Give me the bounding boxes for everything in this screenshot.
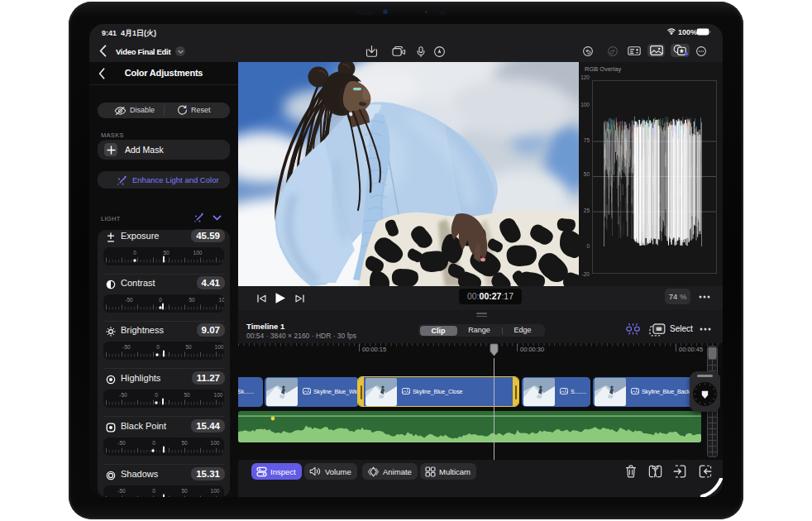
svg-text:00:00:30: 00:00:30: [520, 346, 544, 353]
svg-text:0: 0: [152, 488, 155, 494]
svg-text:0: 0: [156, 344, 160, 350]
svg-text:50: 50: [185, 344, 192, 350]
svg-text:-50: -50: [125, 297, 133, 303]
svg-text:100: 100: [211, 488, 220, 494]
svg-text:100: 100: [211, 440, 220, 446]
svg-text:50: 50: [181, 488, 188, 494]
svg-text:0: 0: [155, 392, 158, 398]
svg-text:-50: -50: [119, 392, 127, 398]
svg-text:50: 50: [163, 250, 170, 256]
svg-text:-50: -50: [117, 488, 126, 494]
svg-text:-50: -50: [122, 344, 131, 350]
svg-text:50: 50: [181, 440, 188, 446]
svg-text:50: 50: [184, 392, 190, 398]
svg-text:100: 100: [219, 297, 224, 303]
svg-text:100: 100: [215, 344, 224, 350]
svg-text:0: 0: [152, 440, 155, 446]
svg-text:100: 100: [193, 250, 203, 256]
svg-text:0: 0: [159, 297, 162, 303]
svg-text:00:00:15: 00:00:15: [362, 346, 386, 353]
svg-text:0: 0: [133, 250, 136, 256]
svg-text:50: 50: [189, 297, 195, 303]
svg-text:100: 100: [214, 392, 223, 398]
svg-text:00:00:45: 00:00:45: [679, 346, 703, 353]
svg-text:-50: -50: [117, 440, 126, 446]
